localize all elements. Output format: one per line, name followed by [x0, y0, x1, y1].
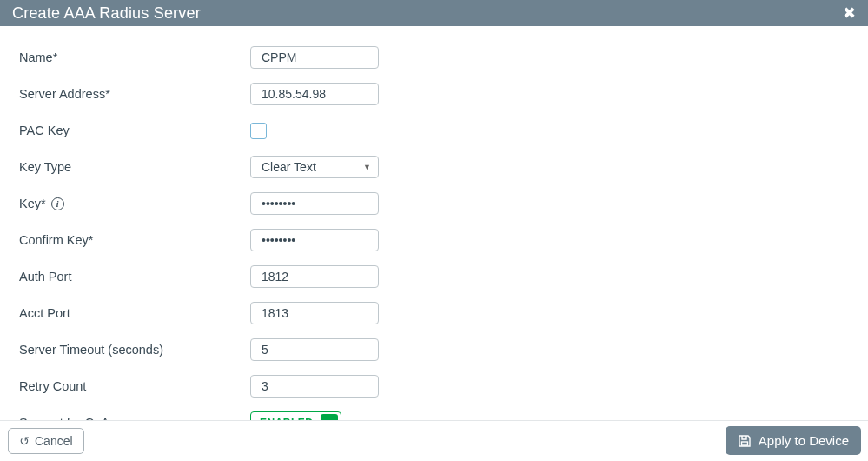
save-icon — [738, 434, 752, 448]
cancel-button-label: Cancel — [35, 434, 73, 448]
apply-button[interactable]: Apply to Device — [726, 426, 861, 455]
row-server-timeout: Server Timeout (seconds) — [19, 337, 849, 362]
input-confirm-key[interactable] — [250, 229, 379, 251]
label-key: Key* i — [19, 197, 250, 210]
label-acct-port: Acct Port — [19, 306, 250, 320]
close-icon[interactable]: ✖ — [843, 5, 856, 21]
row-name: Name* — [19, 45, 849, 70]
label-confirm-key: Confirm Key* — [19, 233, 250, 247]
cancel-button[interactable]: ↻ Cancel — [8, 428, 84, 454]
label-key-type: Key Type — [19, 160, 250, 174]
info-icon[interactable]: i — [51, 197, 64, 210]
row-confirm-key: Confirm Key* — [19, 228, 849, 252]
label-auth-port: Auth Port — [19, 270, 250, 284]
modal-header: Create AAA Radius Server ✖ — [0, 0, 868, 26]
undo-icon: ↻ — [19, 434, 30, 448]
input-key[interactable] — [250, 192, 379, 215]
label-server-timeout: Server Timeout (seconds) — [19, 343, 250, 357]
form-body: Name* Server Address* PAC Key Key Type C… — [0, 26, 868, 454]
input-server-address[interactable] — [250, 83, 379, 105]
label-retry-count: Retry Count — [19, 379, 250, 393]
label-pac-key: PAC Key — [19, 124, 250, 137]
row-pac-key: PAC Key — [19, 118, 849, 143]
modal-title: Create AAA Radius Server — [12, 4, 201, 23]
input-auth-port[interactable] — [250, 265, 379, 288]
label-server-address: Server Address* — [19, 87, 250, 101]
row-server-address: Server Address* — [19, 82, 849, 106]
row-retry-count: Retry Count — [19, 374, 849, 398]
input-acct-port[interactable] — [250, 302, 379, 324]
modal-footer: ↻ Cancel Apply to Device — [0, 420, 868, 461]
input-retry-count[interactable] — [250, 375, 379, 398]
svg-rect-0 — [741, 442, 747, 445]
label-key-text: Key* — [19, 197, 46, 210]
chevron-down-icon: ▼ — [363, 163, 371, 171]
label-name: Name* — [19, 50, 250, 64]
input-server-timeout[interactable] — [250, 338, 379, 361]
select-key-type[interactable]: Clear Text ▼ — [250, 156, 379, 178]
select-key-type-value: Clear Text — [262, 160, 316, 174]
row-acct-port: Acct Port — [19, 301, 849, 325]
apply-button-label: Apply to Device — [759, 433, 849, 448]
input-name[interactable] — [250, 46, 379, 69]
checkbox-pac-key[interactable] — [250, 123, 267, 139]
row-auth-port: Auth Port — [19, 264, 849, 289]
row-key-type: Key Type Clear Text ▼ — [19, 155, 849, 179]
row-key: Key* i — [19, 191, 849, 216]
